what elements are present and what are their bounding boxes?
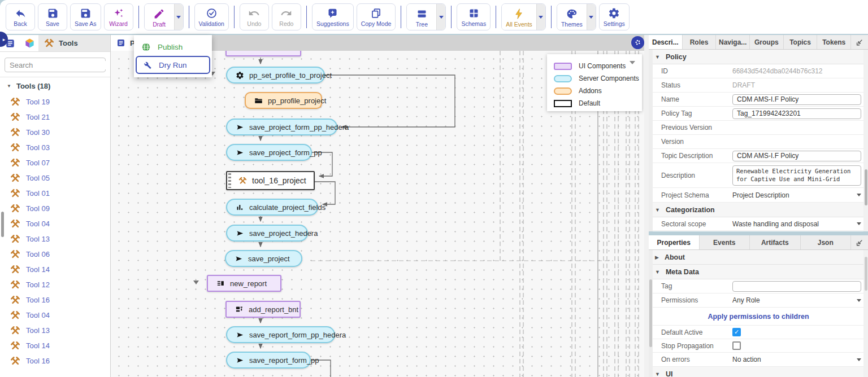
schemas-button[interactable]: Schemas xyxy=(457,3,491,30)
all-events-button[interactable]: All Events xyxy=(502,4,536,30)
collapse-panel-button[interactable] xyxy=(851,35,868,49)
wizard-button[interactable]: Wizard xyxy=(104,3,133,30)
collapse-toggle[interactable] xyxy=(193,280,199,284)
tool-list-item[interactable]: Tool 19 xyxy=(0,94,110,109)
name-field[interactable] xyxy=(732,94,861,105)
redo-button[interactable]: Redo xyxy=(272,3,301,30)
description-field[interactable]: Renewable Electricity Generation for Cap… xyxy=(732,165,861,186)
section-policy[interactable]: ▼ Policy xyxy=(649,50,868,64)
block-calculate_project_fields[interactable]: calculate_project_fields xyxy=(226,199,318,216)
tools-group-header[interactable]: ▼ Tools (18) xyxy=(0,77,110,94)
themes-button[interactable]: Themes xyxy=(557,4,587,30)
canvas-scrollbar-thumb[interactable] xyxy=(1,212,4,237)
tab-topics[interactable]: Topics xyxy=(784,35,818,49)
tree-button[interactable]: Tree xyxy=(407,4,436,30)
section-meta-data[interactable]: ▼ Meta Data xyxy=(649,265,868,279)
menu-item-publish[interactable]: Publish xyxy=(136,38,210,56)
project-schema-select[interactable]: Project Description xyxy=(732,188,868,202)
tool-list-item[interactable]: Tool 09 xyxy=(0,201,110,216)
draft-button[interactable]: Draft xyxy=(145,4,174,30)
tool-list-item[interactable]: Tool 01 xyxy=(0,186,110,201)
tab-json[interactable]: Json xyxy=(801,235,852,249)
themes-dropdown-arrow[interactable] xyxy=(587,4,596,30)
tool-list-item[interactable]: Tool 21 xyxy=(0,109,110,125)
search-input[interactable] xyxy=(10,61,109,69)
tools-icon xyxy=(238,177,247,185)
tool-list-item[interactable]: Tool 03 xyxy=(0,140,110,155)
toolbar-separator xyxy=(401,6,401,28)
tool-list-item[interactable]: Tool 16 xyxy=(0,353,110,369)
stop-propagation-checkbox[interactable] xyxy=(732,341,741,350)
tool-list-item[interactable]: Tool 13 xyxy=(0,231,110,247)
tab-navigation[interactable]: Naviga... xyxy=(716,35,750,49)
settings-button[interactable]: Settings xyxy=(599,3,630,30)
tab-description[interactable]: Descri... xyxy=(649,35,683,49)
apply-permissions-button[interactable]: Apply permissions to children xyxy=(649,308,868,326)
sidebar-tab-tools[interactable]: Tools xyxy=(38,35,110,51)
block-partial-top[interactable] xyxy=(225,51,301,56)
tab-properties[interactable]: Properties xyxy=(649,235,700,249)
collapse-panel-button[interactable] xyxy=(851,235,868,249)
copy-mode-button[interactable]: Copy Mode xyxy=(357,3,396,30)
tool-list-item[interactable]: Tool 16 xyxy=(0,292,110,308)
tree-icon xyxy=(416,8,428,20)
tool-icon xyxy=(10,173,20,183)
description-scrollbar-thumb[interactable] xyxy=(865,169,867,205)
tool-list-item[interactable]: Tool 05 xyxy=(0,170,110,186)
section-about[interactable]: ▶ About xyxy=(649,250,868,265)
tool-list-item[interactable]: Tool 07 xyxy=(0,155,110,170)
save-button[interactable]: Save xyxy=(38,3,67,30)
section-ui[interactable]: ▼ UI xyxy=(649,367,868,377)
tool-list-item[interactable]: Tool 06 xyxy=(0,247,110,262)
tool-list-item[interactable]: Tool 04 xyxy=(0,308,110,323)
tab-roles[interactable]: Roles xyxy=(683,35,717,49)
tab-tokens[interactable]: Tokens xyxy=(817,35,851,49)
all-events-dropdown-arrow[interactable] xyxy=(536,4,545,30)
block-pp_set_profile_to_project[interactable]: pp_set_profile_to_project xyxy=(226,67,325,84)
sectoral-scope-select[interactable]: Waste handling and disposal xyxy=(732,217,868,230)
save-as-button[interactable]: Save As xyxy=(70,3,101,30)
tree-dropdown-arrow[interactable] xyxy=(436,4,445,30)
canvas-scrollbar[interactable] xyxy=(644,35,649,377)
tool-list-item[interactable]: Tool 04 xyxy=(0,216,110,231)
toolbar-separator xyxy=(496,6,496,28)
menu-item-dry-run[interactable]: Dry Run xyxy=(136,56,210,74)
block-save_project[interactable]: save_project xyxy=(225,250,302,267)
block-new_report[interactable]: new_report xyxy=(207,275,281,292)
policy-tag-field[interactable] xyxy=(732,108,861,119)
block-save_project_form_pp_hedera[interactable]: save_project_form_pp_hedera xyxy=(226,119,337,135)
block-save_report_form_pp_hedera[interactable]: save_report_form_pp_hedera xyxy=(226,326,335,343)
topic-description-field[interactable] xyxy=(732,151,861,161)
properties-scrollbar-thumb[interactable] xyxy=(865,257,867,291)
tab-groups[interactable]: Groups xyxy=(750,35,784,49)
tool-list-item[interactable]: Tool 14 xyxy=(0,338,110,353)
canvas-body[interactable]: pp_set_profile_to_project pp_profile_pro… xyxy=(111,51,644,377)
tag-field[interactable] xyxy=(732,281,861,292)
suggestions-button[interactable]: Suggestions xyxy=(312,3,354,30)
tool-list-item[interactable]: Tool 30 xyxy=(0,125,110,140)
undo-button[interactable]: Undo xyxy=(240,3,269,30)
block-save_report_form_pp[interactable]: save_report_form_pp xyxy=(226,352,311,369)
block-add_report_bnt[interactable]: add_report_bnt xyxy=(225,301,301,318)
default-active-checkbox[interactable]: ✓ xyxy=(732,328,741,336)
properties-left-scroll-thumb[interactable] xyxy=(649,279,652,347)
canvas-tab-filler xyxy=(168,35,644,51)
tab-events[interactable]: Events xyxy=(700,235,750,249)
block-save_project_hedera[interactable]: save_project_hedera xyxy=(226,225,308,242)
chevron-down-icon[interactable] xyxy=(630,61,635,64)
tool-list-item[interactable]: Tool 12 xyxy=(0,277,110,292)
block-tool_16_project[interactable]: tool_16_project xyxy=(226,171,315,190)
on-errors-select[interactable]: No action xyxy=(732,353,868,366)
block-pp_profile_project[interactable]: pp_profile_project xyxy=(245,92,322,109)
sidebar-tab-components[interactable] xyxy=(20,35,38,51)
section-categorization[interactable]: ▼ Categorization xyxy=(649,203,868,217)
tool-list-item[interactable]: Tool 14 xyxy=(0,262,110,277)
tool-list-item[interactable]: Tool 13 xyxy=(0,323,110,338)
block-save_project_form_pp[interactable]: save_project_form_pp xyxy=(226,144,312,161)
canvas-theme-palette-button[interactable] xyxy=(631,36,644,49)
tab-artifacts[interactable]: Artifacts xyxy=(750,235,801,249)
draft-dropdown-arrow[interactable] xyxy=(174,4,183,30)
back-button[interactable]: Back xyxy=(6,3,35,30)
permissions-select[interactable]: Any Role xyxy=(732,293,868,307)
validation-button[interactable]: Validation xyxy=(194,3,229,30)
